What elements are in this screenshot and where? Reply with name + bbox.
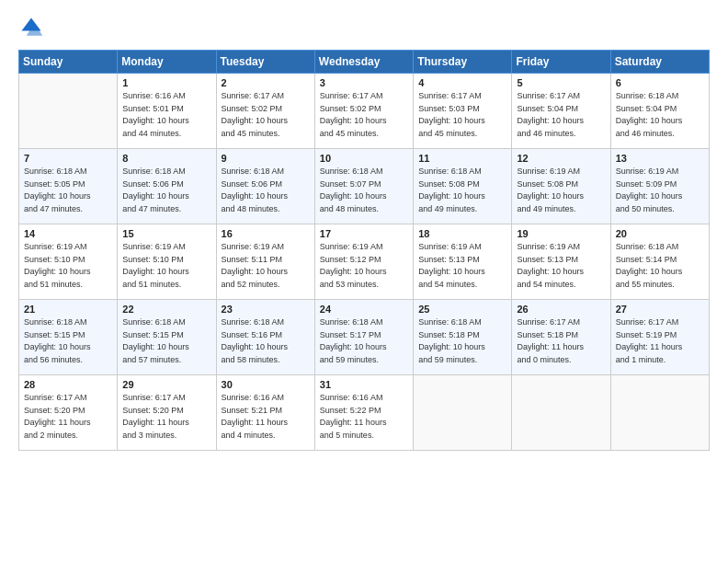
day-cell: 31Sunrise: 6:16 AM Sunset: 5:22 PM Dayli… [314, 375, 413, 451]
day-number: 24 [320, 304, 408, 315]
day-info: Sunrise: 6:18 AM Sunset: 5:18 PM Dayligh… [418, 316, 506, 366]
day-info: Sunrise: 6:17 AM Sunset: 5:04 PM Dayligh… [517, 90, 605, 140]
day-number: 2 [222, 77, 310, 88]
day-cell [414, 375, 512, 451]
day-number: 7 [24, 153, 112, 164]
day-cell: 25Sunrise: 6:18 AM Sunset: 5:18 PM Dayli… [414, 300, 512, 375]
header [18, 15, 710, 40]
day-number: 20 [616, 228, 704, 239]
day-number: 8 [122, 153, 210, 164]
day-info: Sunrise: 6:17 AM Sunset: 5:18 PM Dayligh… [517, 316, 605, 366]
day-number: 21 [24, 304, 112, 315]
day-number: 26 [517, 304, 605, 315]
day-number: 25 [418, 304, 506, 315]
day-cell: 2Sunrise: 6:17 AM Sunset: 5:02 PM Daylig… [216, 74, 314, 149]
day-cell: 18Sunrise: 6:19 AM Sunset: 5:13 PM Dayli… [414, 224, 512, 300]
day-number: 15 [122, 228, 210, 239]
day-number: 3 [320, 77, 408, 88]
day-info: Sunrise: 6:16 AM Sunset: 5:22 PM Dayligh… [320, 392, 408, 442]
day-number: 9 [222, 153, 310, 164]
page: SundayMondayTuesdayWednesdayThursdayFrid… [0, 0, 728, 563]
day-cell [610, 375, 709, 451]
day-info: Sunrise: 6:17 AM Sunset: 5:19 PM Dayligh… [616, 316, 704, 366]
day-number: 12 [517, 153, 605, 164]
day-number: 22 [122, 304, 210, 315]
day-number: 31 [320, 379, 408, 390]
logo-icon [18, 15, 44, 40]
day-info: Sunrise: 6:17 AM Sunset: 5:03 PM Dayligh… [418, 90, 506, 140]
day-number: 30 [222, 379, 310, 390]
day-cell: 1Sunrise: 6:16 AM Sunset: 5:01 PM Daylig… [118, 74, 216, 149]
day-cell: 11Sunrise: 6:18 AM Sunset: 5:08 PM Dayli… [414, 149, 512, 224]
day-cell: 21Sunrise: 6:18 AM Sunset: 5:15 PM Dayli… [19, 300, 118, 375]
day-cell: 7Sunrise: 6:18 AM Sunset: 5:05 PM Daylig… [19, 149, 118, 224]
day-cell: 28Sunrise: 6:17 AM Sunset: 5:20 PM Dayli… [19, 375, 118, 451]
col-header-saturday: Saturday [610, 51, 709, 74]
day-info: Sunrise: 6:19 AM Sunset: 5:10 PM Dayligh… [122, 241, 210, 291]
day-number: 11 [418, 153, 506, 164]
day-cell: 30Sunrise: 6:16 AM Sunset: 5:21 PM Dayli… [216, 375, 314, 451]
day-cell: 27Sunrise: 6:17 AM Sunset: 5:19 PM Dayli… [610, 300, 709, 375]
day-info: Sunrise: 6:17 AM Sunset: 5:20 PM Dayligh… [24, 392, 112, 442]
day-info: Sunrise: 6:18 AM Sunset: 5:04 PM Dayligh… [616, 90, 704, 140]
day-cell: 29Sunrise: 6:17 AM Sunset: 5:20 PM Dayli… [118, 375, 216, 451]
col-header-wednesday: Wednesday [314, 51, 413, 74]
day-cell: 4Sunrise: 6:17 AM Sunset: 5:03 PM Daylig… [414, 74, 512, 149]
day-number: 10 [320, 153, 408, 164]
day-info: Sunrise: 6:19 AM Sunset: 5:13 PM Dayligh… [418, 241, 506, 291]
day-cell: 16Sunrise: 6:19 AM Sunset: 5:11 PM Dayli… [216, 224, 314, 300]
day-cell: 22Sunrise: 6:18 AM Sunset: 5:15 PM Dayli… [118, 300, 216, 375]
day-cell: 15Sunrise: 6:19 AM Sunset: 5:10 PM Dayli… [118, 224, 216, 300]
day-number: 17 [320, 228, 408, 239]
day-cell: 5Sunrise: 6:17 AM Sunset: 5:04 PM Daylig… [512, 74, 610, 149]
day-number: 27 [616, 304, 704, 315]
calendar-table: SundayMondayTuesdayWednesdayThursdayFrid… [18, 50, 710, 451]
day-cell [512, 375, 610, 451]
day-cell: 13Sunrise: 6:19 AM Sunset: 5:09 PM Dayli… [610, 149, 709, 224]
day-info: Sunrise: 6:16 AM Sunset: 5:21 PM Dayligh… [222, 392, 310, 442]
col-header-thursday: Thursday [414, 51, 512, 74]
day-cell: 20Sunrise: 6:18 AM Sunset: 5:14 PM Dayli… [610, 224, 709, 300]
day-number: 16 [222, 228, 310, 239]
day-info: Sunrise: 6:18 AM Sunset: 5:15 PM Dayligh… [122, 316, 210, 366]
day-info: Sunrise: 6:16 AM Sunset: 5:01 PM Dayligh… [122, 90, 210, 140]
day-info: Sunrise: 6:18 AM Sunset: 5:17 PM Dayligh… [320, 316, 408, 366]
day-cell: 19Sunrise: 6:19 AM Sunset: 5:13 PM Dayli… [512, 224, 610, 300]
day-info: Sunrise: 6:19 AM Sunset: 5:12 PM Dayligh… [320, 241, 408, 291]
col-header-monday: Monday [118, 51, 216, 74]
day-number: 5 [517, 77, 605, 88]
day-number: 19 [517, 228, 605, 239]
day-info: Sunrise: 6:19 AM Sunset: 5:08 PM Dayligh… [517, 166, 605, 215]
day-number: 6 [616, 77, 704, 88]
col-header-friday: Friday [512, 51, 610, 74]
day-cell: 6Sunrise: 6:18 AM Sunset: 5:04 PM Daylig… [610, 74, 709, 149]
week-row-1: 1Sunrise: 6:16 AM Sunset: 5:01 PM Daylig… [19, 74, 710, 149]
day-cell: 14Sunrise: 6:19 AM Sunset: 5:10 PM Dayli… [19, 224, 118, 300]
day-info: Sunrise: 6:18 AM Sunset: 5:06 PM Dayligh… [222, 166, 310, 215]
week-row-2: 7Sunrise: 6:18 AM Sunset: 5:05 PM Daylig… [19, 149, 710, 224]
day-number: 1 [122, 77, 210, 88]
day-info: Sunrise: 6:18 AM Sunset: 5:16 PM Dayligh… [222, 316, 310, 366]
day-number: 29 [122, 379, 210, 390]
day-info: Sunrise: 6:18 AM Sunset: 5:14 PM Dayligh… [616, 241, 704, 291]
week-row-5: 28Sunrise: 6:17 AM Sunset: 5:20 PM Dayli… [19, 375, 710, 451]
day-number: 14 [24, 228, 112, 239]
header-row: SundayMondayTuesdayWednesdayThursdayFrid… [19, 51, 710, 74]
day-info: Sunrise: 6:17 AM Sunset: 5:02 PM Dayligh… [222, 90, 310, 140]
day-number: 23 [222, 304, 310, 315]
day-cell: 24Sunrise: 6:18 AM Sunset: 5:17 PM Dayli… [314, 300, 413, 375]
day-info: Sunrise: 6:18 AM Sunset: 5:05 PM Dayligh… [24, 166, 112, 215]
week-row-3: 14Sunrise: 6:19 AM Sunset: 5:10 PM Dayli… [19, 224, 710, 300]
day-info: Sunrise: 6:18 AM Sunset: 5:06 PM Dayligh… [122, 166, 210, 215]
day-number: 13 [616, 153, 704, 164]
day-cell: 17Sunrise: 6:19 AM Sunset: 5:12 PM Dayli… [314, 224, 413, 300]
logo [18, 15, 48, 40]
day-info: Sunrise: 6:19 AM Sunset: 5:11 PM Dayligh… [222, 241, 310, 291]
day-cell: 10Sunrise: 6:18 AM Sunset: 5:07 PM Dayli… [314, 149, 413, 224]
day-number: 28 [24, 379, 112, 390]
day-cell: 12Sunrise: 6:19 AM Sunset: 5:08 PM Dayli… [512, 149, 610, 224]
day-cell: 8Sunrise: 6:18 AM Sunset: 5:06 PM Daylig… [118, 149, 216, 224]
day-info: Sunrise: 6:18 AM Sunset: 5:07 PM Dayligh… [320, 166, 408, 215]
day-info: Sunrise: 6:19 AM Sunset: 5:09 PM Dayligh… [616, 166, 704, 215]
day-cell [19, 74, 118, 149]
